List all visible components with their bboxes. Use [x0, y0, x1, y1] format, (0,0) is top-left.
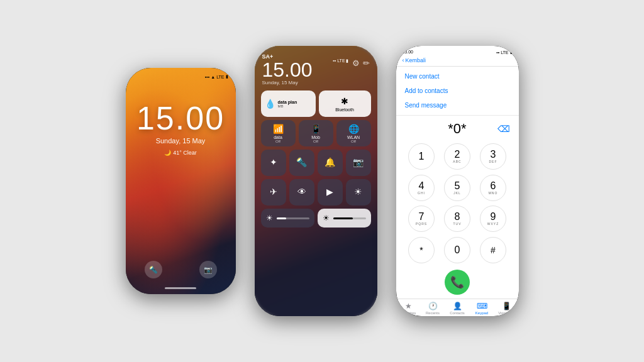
camera-icon[interactable]: 📷: [199, 261, 217, 278]
location-icon: ▶: [326, 187, 333, 197]
key-0[interactable]: 0: [444, 237, 470, 263]
cc-data-toggle-tile[interactable]: 📶 data Off: [261, 120, 296, 146]
key-6-num: 6: [491, 181, 496, 191]
bell-icon: 🔔: [325, 157, 335, 167]
wlan-sub: Off: [351, 140, 356, 143]
cc-wlan-tile[interactable]: 🌐 WLAN Off: [336, 120, 371, 146]
backspace-button[interactable]: ⌫: [497, 124, 510, 134]
key-7-letters: PQRS: [416, 222, 427, 226]
call-row: 📞: [396, 267, 519, 299]
tab-contacts-label: Contacts: [450, 311, 465, 315]
key-3-num: 3: [491, 150, 496, 160]
phone-dialer: 15.00 ▪▪ LTE ▮ ‹ Kembali New contact Add…: [396, 46, 519, 316]
nfc-icon: ✦: [270, 157, 277, 167]
tab-recents[interactable]: 🕐 Recents: [421, 302, 445, 315]
key-7[interactable]: 7 PQRS: [408, 206, 435, 232]
dialer-content: 15.00 ▪▪ LTE ▮ ‹ Kembali New contact Add…: [396, 46, 519, 316]
key-4[interactable]: 4 GHI: [408, 175, 435, 201]
key-1[interactable]: 1: [408, 143, 435, 170]
dialer-status-bar: 15.00 ▪▪ LTE ▮: [396, 46, 519, 56]
cc-brightness-slider2[interactable]: ☀: [318, 209, 371, 228]
tab-voicemail-label: Voicemail: [498, 311, 514, 315]
cc-data-plan-tile[interactable]: 💧 data plan MB: [261, 90, 316, 117]
new-contact-item[interactable]: New contact: [396, 69, 519, 84]
tab-favorites[interactable]: ★ Favorites: [396, 302, 421, 315]
send-message-item[interactable]: Send message: [396, 98, 519, 112]
control-center-screen: SA+ 15.00 Sunday, 15 May ▪▪ LTE ▮ ⚙ ✏ �: [255, 46, 377, 316]
tab-recents-label: Recents: [426, 311, 440, 315]
dialer-signal-icon: ▪▪: [496, 50, 499, 55]
brightness-fill-1: [277, 217, 287, 219]
cc-location-tile[interactable]: ▶: [318, 179, 343, 206]
bluetooth-label: Bluetooth: [335, 107, 354, 112]
contacts-icon: 👤: [453, 302, 462, 310]
settings-icon[interactable]: ⚙: [352, 58, 360, 68]
key-5-letters: JKL: [453, 191, 461, 195]
key-3-letters: DEF: [489, 160, 497, 163]
mobile-icon: 📱: [311, 124, 321, 134]
cc-row-1: 💧 data plan MB ✱ Bluetooth: [261, 90, 371, 117]
cc-camera-tile[interactable]: 📷: [346, 150, 371, 176]
dialer-battery-icon: ▮: [510, 50, 513, 55]
dialer-screen: 15.00 ▪▪ LTE ▮ ‹ Kembali New contact Add…: [396, 46, 519, 316]
tab-keypad[interactable]: ⌨ Keypad: [470, 302, 494, 315]
key-2-letters: ABC: [453, 160, 461, 163]
key-5[interactable]: 5 JKL: [444, 175, 470, 201]
key-5-num: 5: [455, 181, 460, 191]
brightness-bar-2: [333, 217, 366, 219]
key-0-num: 0: [455, 245, 460, 255]
weather-icon: 🌙: [164, 150, 171, 156]
key-3[interactable]: 3 DEF: [480, 143, 506, 170]
tab-voicemail[interactable]: 📱 Voicemail: [494, 302, 519, 315]
favorites-icon: ★: [405, 302, 412, 310]
lockscreen-background: ▪▪▪ ▲ LTE ▮ 15.00 Sunday, 15 May 🌙 41° C…: [126, 68, 236, 294]
key-8-num: 8: [455, 212, 460, 222]
cc-status-icons: ▪▪ LTE ▮: [333, 58, 348, 68]
lockscreen-date: Sunday, 15 May: [126, 137, 236, 145]
dialer-menu: New contact Add to contacts Send message: [396, 67, 519, 116]
key-hash[interactable]: #: [480, 237, 506, 263]
cc-bluetooth-tile[interactable]: ✱ Bluetooth: [319, 90, 371, 117]
torch-icon[interactable]: 🔦: [145, 261, 162, 278]
cc-bell-tile[interactable]: 🔔: [318, 150, 343, 176]
cc-row-2: 📶 data Off 📱 Mob Off 🌐 WLAN Off: [261, 120, 371, 146]
dialer-status-icons: ▪▪ LTE ▮: [496, 50, 512, 55]
cc-brightness-tile[interactable]: ☀: [346, 179, 371, 206]
key-4-letters: GHI: [418, 191, 425, 195]
wifi-icon: ▲: [211, 75, 215, 79]
dialer-tab-bar: ★ Favorites 🕐 Recents 👤 Contacts ⌨ Keypa…: [396, 299, 519, 316]
call-button[interactable]: 📞: [445, 270, 470, 295]
battery-icon: ▮: [226, 74, 228, 79]
keypad: 1 2 ABC 3 DEF 4 GHI 5 JKL: [396, 140, 519, 267]
cc-mobile-tile[interactable]: 📱 Mob Off: [299, 120, 333, 146]
cc-panel: SA+ 15.00 Sunday, 15 May ▪▪ LTE ▮ ⚙ ✏ �: [255, 46, 377, 316]
cc-time: 15.00: [262, 60, 313, 80]
key-6[interactable]: 6 MNO: [480, 175, 506, 201]
key-9-letters: WXYZ: [487, 222, 499, 226]
cc-brightness-slider1[interactable]: ☀: [261, 209, 314, 228]
cc-grid: 💧 data plan MB ✱ Bluetooth: [261, 90, 371, 310]
brightness-icon: ☀: [354, 187, 362, 197]
cc-airplane-tile[interactable]: ✈: [261, 179, 286, 206]
key-star[interactable]: *: [408, 237, 435, 263]
key-star-sym: *: [419, 245, 423, 255]
lockscreen-weather: 🌙 41° Clear: [126, 150, 236, 156]
cc-eye-tile[interactable]: 👁: [289, 179, 314, 206]
data-tile-text: data plan MB: [278, 100, 297, 108]
cc-torch-tile[interactable]: 🔦: [289, 150, 314, 176]
add-to-contacts-item[interactable]: Add to contacts: [396, 84, 519, 98]
tab-contacts[interactable]: 👤 Contacts: [445, 302, 470, 315]
dialer-back-button[interactable]: ‹ Kembali: [402, 57, 426, 63]
keypad-icon: ⌨: [477, 302, 487, 310]
key-2[interactable]: 2 ABC: [444, 143, 470, 170]
cc-nfc-tile[interactable]: ✦: [261, 150, 286, 176]
chevron-left-icon: ‹: [402, 57, 404, 63]
dialer-time: 15.00: [402, 50, 414, 55]
key-8[interactable]: 8 TUV: [444, 206, 470, 232]
data-sub: Off: [275, 140, 280, 143]
key-9-num: 9: [491, 212, 496, 222]
mobile-sub: Off: [313, 140, 318, 143]
key-9[interactable]: 9 WXYZ: [480, 206, 506, 232]
edit-icon[interactable]: ✏: [363, 58, 370, 68]
phone-lockscreen: ▪▪▪ ▲ LTE ▮ 15.00 Sunday, 15 May 🌙 41° C…: [126, 68, 236, 294]
